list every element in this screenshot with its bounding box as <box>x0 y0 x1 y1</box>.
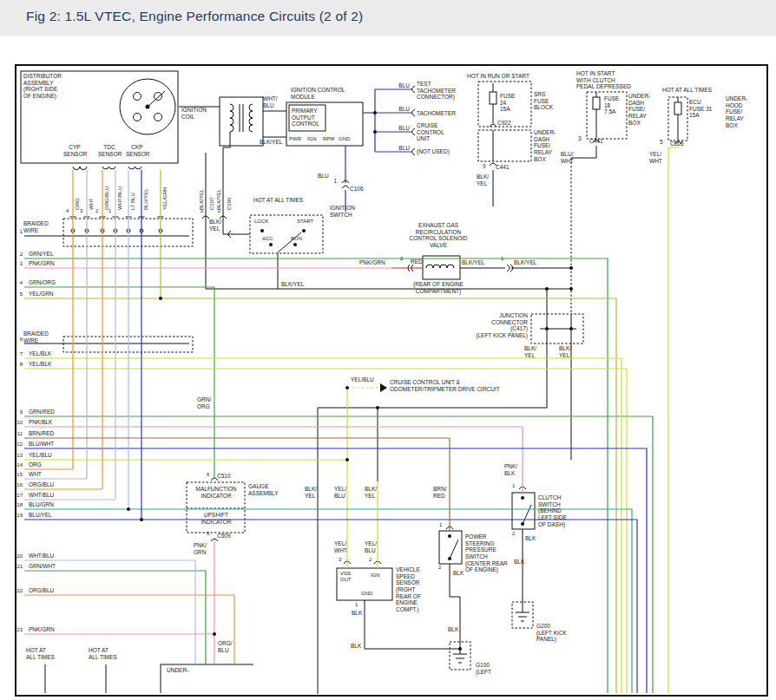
wire-row-label: PNK/GRN <box>29 260 55 267</box>
connector-c106-label: C106 <box>350 186 364 193</box>
blk-yel-label: BLK/ YEL <box>559 345 571 358</box>
wire-row-number: 18 <box>14 502 23 508</box>
wire-color-label: LT BLU <box>130 193 135 210</box>
vss-location-label: VEHICLE SPEED SENSOR (RIGHT REAR OF ENGI… <box>396 566 421 613</box>
pin-number: 1 <box>109 208 111 214</box>
yel-wht-label: YEL/ WHT <box>334 540 347 553</box>
wire-row-label: GRN/ORG <box>29 279 56 286</box>
under-dash-box <box>478 130 531 161</box>
wire-row-number: 3 <box>14 261 23 267</box>
wire-color-label: BLU/YEL <box>143 188 148 210</box>
primary-output-control-label: PRIMARY OUTPUT CONTROL <box>292 108 319 128</box>
blk-yel-label: BLK/YEL <box>514 259 536 266</box>
wire-row-label: WHT/BLU <box>29 492 54 499</box>
blk-yel-label: BLK/ YEL <box>365 486 377 499</box>
blk-label: BLK <box>351 643 361 650</box>
egr-valve-box <box>423 256 460 279</box>
wire-row-number: 7 <box>14 351 23 357</box>
blu-label: BLU <box>318 173 329 180</box>
connector-c441-label: C441 <box>589 138 603 145</box>
blk-yel-label: BLK/ YEL <box>524 345 536 358</box>
tdc-sensor-label: TDC SENSOR <box>98 144 121 157</box>
wire-row-number: 10 <box>14 420 23 426</box>
wire-row-number: 6 <box>14 337 23 343</box>
wire-row-label: GRN/RED <box>29 409 55 415</box>
fuse-31-icon <box>674 102 681 114</box>
wire-row-number: 13 <box>14 453 23 459</box>
pin-number: 2 <box>201 208 203 214</box>
cyp-sensor-icon <box>73 167 87 170</box>
wires-teal <box>24 509 632 693</box>
srs-fuse-block-label: SRS FUSE BLOCK <box>534 91 553 111</box>
pin-number: 6 <box>207 472 209 478</box>
wire-row-number: 21 <box>14 564 23 570</box>
org-blu-label: ORG/ BLU <box>218 640 233 653</box>
under-box-label: UNDER- <box>167 667 188 674</box>
blk-yel-label: BLK/ YEL <box>209 219 221 232</box>
wires-yellow-green <box>24 170 616 693</box>
blk-yel-label: BLK/ YEL <box>477 173 489 186</box>
wire-row-number: 9 <box>14 409 23 415</box>
cruise-arrow-icon <box>380 383 387 392</box>
wire-row-label: WHT <box>29 471 42 478</box>
not-used-label: (NOT USED) <box>417 148 450 155</box>
under-dash-box-label: UNDER- DASH FUSE/ RELAY BOX <box>534 129 556 162</box>
pin-number: 2 <box>400 256 403 262</box>
hot-in-start-label: HOT IN START WITH CLUTCH PEDAL DEPRESSED <box>576 70 631 90</box>
connector-c510-label: C510 <box>217 473 231 480</box>
fuse-18-label: FUSE 18 7.5A <box>604 95 619 115</box>
wire-row-label: YEL/BLU <box>29 452 52 459</box>
wire-row-label: GRN/WHT <box>29 563 56 570</box>
hot-at-all-times-label: HOT AT ALL TIMES <box>253 197 303 204</box>
g200-label: G200 (LEFT KICK PANEL) <box>536 623 567 643</box>
vss-ign-label: IGN <box>371 572 380 579</box>
distributor-assembly-label: DISTRIBUTOR ASSEMBLY (RIGHT SIDE OF ENGI… <box>23 73 62 100</box>
pin-number: 2 <box>512 531 515 537</box>
wire-color-label: WHT <box>89 198 94 210</box>
yel-blu-label: YEL/BLU <box>351 376 374 383</box>
braided-wire-label: BRAIDED WIRE <box>23 330 49 343</box>
wire-row-label: BLU/YEL <box>29 512 52 519</box>
wire-row-number: 15 <box>14 472 23 478</box>
pin-number: 5 <box>207 531 209 537</box>
yel-wht-label: YEL/ WHT <box>649 151 662 164</box>
vss-gnd-label: GND <box>361 591 372 597</box>
pin-number: 4 <box>66 208 69 214</box>
wire-row-label: WHT/BLU <box>29 553 54 559</box>
pin-number: 1 <box>355 602 358 608</box>
blk-yel-label: BLK/ YEL <box>305 486 317 499</box>
egr-valve-label: EXHAUST GAS RECIRCULATION CONTROL SOLENO… <box>401 222 476 249</box>
blk-yel-label: BLK/YEL <box>281 281 304 288</box>
gauge-assembly-label: GAUGE ASSEMBLY <box>248 483 279 496</box>
wire-row-number: 1 <box>14 229 23 235</box>
wire-row-label: GRN/YEL <box>29 251 54 258</box>
wire-row-number: 8 <box>14 362 23 368</box>
pin-gnd-label: GND <box>339 136 350 142</box>
connector-c441-label: C441 <box>496 164 510 171</box>
blu-label: BLU <box>396 125 410 132</box>
pin-number: 2 <box>369 557 372 563</box>
blu-label: BLU <box>396 145 410 152</box>
wire-row-label: PNK/GRN <box>29 626 55 633</box>
start-position-label: START <box>297 219 313 225</box>
power-steering-switch-label: POWER STEERING PRESSURE SWITCH (CENTER R… <box>465 533 508 573</box>
connector-c106-label: C106 <box>227 198 232 210</box>
ignition-switch-label: IGNITION SWITCH <box>330 205 355 218</box>
blu-label: BLU <box>396 82 410 89</box>
pin-number: 3 <box>578 135 582 142</box>
braided-wire-label: BRAIDED WIRE <box>23 220 49 233</box>
red-label: RED <box>411 258 423 265</box>
pnk-blk-label: PNK/ BLK <box>504 463 517 476</box>
ground-g200-icon <box>516 602 529 621</box>
yel-blu-label: YEL/ BLU <box>365 540 377 553</box>
wire-row-number: 17 <box>14 493 23 499</box>
blk-label: BLK <box>448 626 458 633</box>
pin-number: 2 <box>218 208 220 214</box>
pin-number: 5 <box>660 139 663 146</box>
connector-c107-label: C107 <box>209 198 214 210</box>
wires-orange <box>24 170 234 664</box>
blk-yel-label: BLK/YEL <box>462 259 484 266</box>
pin-number: 3 <box>339 557 341 563</box>
blu-wht-label: BLU/ WHT <box>561 151 574 164</box>
test-tachometer-connector-label: TEST TACHOMETER CONNECTOR) <box>417 81 456 101</box>
